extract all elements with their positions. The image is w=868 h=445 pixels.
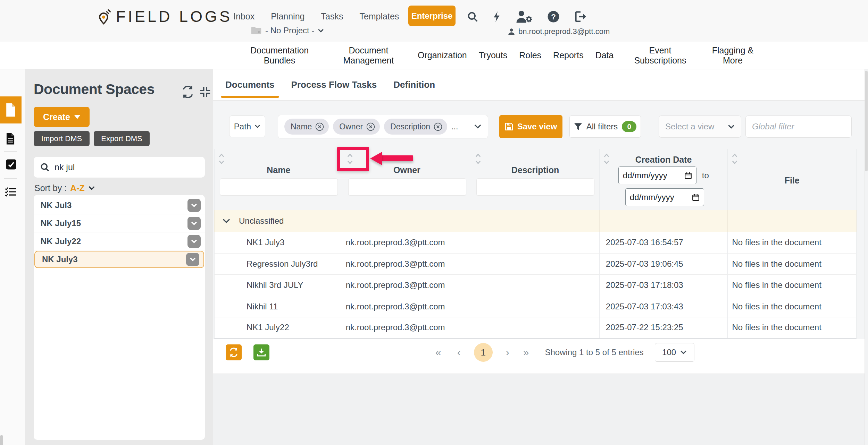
list-item[interactable]: NK Jul3	[34, 196, 205, 214]
help-icon[interactable]: ?	[547, 10, 560, 23]
chip-owner[interactable]: Owner	[333, 119, 380, 135]
cell-file: No files in the document	[728, 275, 856, 296]
app-logo[interactable]: FIELD LOGS	[98, 8, 232, 26]
calendar-icon[interactable]	[684, 172, 692, 179]
name-filter-input[interactable]	[220, 178, 338, 196]
owner-filter-input[interactable]	[348, 178, 466, 196]
logout-icon[interactable]	[574, 10, 587, 23]
sort-control-name[interactable]	[218, 152, 225, 166]
rail-documents-active[interactable]	[0, 96, 22, 123]
page-prev-button[interactable]: ‹	[457, 346, 461, 358]
export-dms-button[interactable]: Export DMS	[94, 131, 150, 146]
space-menu-button[interactable]	[186, 253, 199, 266]
refresh-table-button[interactable]	[226, 344, 242, 360]
space-menu-button[interactable]	[187, 199, 201, 212]
nav-tasks[interactable]: Tasks	[321, 11, 343, 22]
document-lines-icon[interactable]	[6, 132, 15, 145]
page-first-button[interactable]: «	[435, 346, 441, 358]
calendar-icon[interactable]	[692, 194, 700, 201]
secnav-flagging-more[interactable]: Flagging & More	[707, 45, 759, 66]
table-row[interactable]: NK1 July22 nk.root.preprod.3@ptt.com 202…	[214, 317, 857, 339]
checkbox-icon[interactable]	[6, 159, 17, 170]
sort-control-file[interactable]	[731, 152, 738, 166]
page-number-current[interactable]: 1	[474, 343, 493, 362]
date-to-input[interactable]: dd/mm/yyyy	[625, 188, 704, 206]
logo-pin-icon	[98, 8, 111, 25]
right-scrollbar[interactable]	[865, 69, 868, 445]
create-button[interactable]: Create	[34, 107, 90, 127]
collapse-panel-icon[interactable]	[199, 86, 211, 98]
secondary-nav: Documentation Bundles Document Managemen…	[0, 42, 868, 69]
save-view-button[interactable]: Save view	[499, 115, 562, 138]
chip-remove-icon[interactable]	[315, 122, 324, 131]
list-item-selected[interactable]: NK July3	[34, 251, 204, 268]
checklist-icon[interactable]	[5, 187, 17, 197]
secnav-data[interactable]: Data	[595, 50, 614, 60]
secnav-tryouts[interactable]: Tryouts	[479, 50, 507, 60]
refresh-icon[interactable]	[181, 85, 194, 99]
select-view-dropdown[interactable]: Select a view	[659, 115, 741, 138]
project-selector[interactable]: - No Project -	[251, 26, 324, 35]
date-from-input[interactable]: dd/mm/yyyy	[618, 166, 696, 184]
page-last-button[interactable]: »	[523, 346, 529, 358]
list-item[interactable]: NK July15	[34, 214, 205, 232]
user-settings-icon[interactable]	[515, 10, 533, 24]
left-scrollbar-thumb[interactable]	[0, 435, 3, 445]
chevron-down-icon	[254, 125, 260, 128]
cell-name: NK1 July3	[215, 232, 343, 253]
secnav-roles[interactable]: Roles	[519, 50, 541, 60]
space-menu-button[interactable]	[187, 235, 201, 248]
document-icon	[5, 103, 16, 117]
import-dms-button[interactable]: Import DMS	[34, 131, 90, 146]
page-size-select[interactable]: 100	[655, 343, 694, 362]
chevron-down-icon[interactable]	[474, 124, 482, 129]
quick-actions-bolt-icon[interactable]	[492, 11, 501, 23]
space-name: NK July15	[41, 219, 81, 228]
secnav-organization[interactable]: Organization	[418, 50, 467, 60]
secnav-reports[interactable]: Reports	[553, 50, 584, 60]
search-icon[interactable]	[467, 11, 478, 23]
path-dropdown[interactable]: Path	[229, 115, 265, 137]
group-collapse-icon[interactable]	[222, 219, 231, 224]
chip-remove-icon[interactable]	[434, 122, 442, 131]
secnav-documentation-bundles[interactable]: Documentation Bundles	[240, 45, 319, 66]
table-row[interactable]: Regression July3rd nk.root.preprod.3@ptt…	[214, 253, 857, 275]
annotation-highlight-box	[337, 147, 369, 171]
chips-overflow: ...	[451, 122, 458, 131]
download-button[interactable]	[253, 344, 269, 360]
tab-definition[interactable]: Definition	[393, 69, 435, 101]
user-account[interactable]: bn.root.preprod.3@ptt.com	[508, 27, 610, 36]
group-label: Unclassified	[239, 216, 284, 226]
project-name: - No Project -	[265, 26, 314, 35]
chip-remove-icon[interactable]	[366, 122, 375, 131]
sort-control-description[interactable]	[475, 152, 482, 166]
group-row-unclassified[interactable]: Unclassified	[214, 210, 857, 232]
chip-description[interactable]: Description	[384, 119, 447, 135]
annotation-arrow	[381, 155, 413, 161]
all-filters-button[interactable]: All filters 0	[569, 115, 641, 138]
cell-owner: nk.root.preprod.3@ptt.com	[343, 232, 471, 253]
enterprise-button[interactable]: Enterprise	[408, 6, 456, 26]
cell-name: Nikhil 11	[215, 296, 343, 317]
nav-inbox[interactable]: Inbox	[233, 11, 254, 22]
secnav-document-management[interactable]: Document Management	[331, 45, 406, 66]
nav-planning[interactable]: Planning	[271, 11, 304, 22]
tab-documents[interactable]: Documents	[225, 69, 275, 101]
space-name: NK July22	[41, 237, 81, 246]
cell-file: No files in the document	[728, 254, 856, 275]
table-row[interactable]: Nikhil 11 nk.root.preprod.3@ptt.com 2025…	[214, 296, 857, 317]
tab-process-flow-tasks[interactable]: Process Flow Tasks	[291, 69, 377, 101]
description-filter-input[interactable]	[476, 178, 594, 196]
nav-templates[interactable]: Templates	[359, 11, 399, 22]
page-next-button[interactable]: ›	[506, 346, 509, 358]
table-row[interactable]: Nikhil 3rd JULY nk.root.preprod.3@ptt.co…	[214, 274, 857, 296]
global-filter-input[interactable]	[745, 115, 852, 138]
space-search-input[interactable]	[55, 162, 186, 172]
space-menu-button[interactable]	[187, 217, 201, 230]
table-row[interactable]: NK1 July3 nk.root.preprod.3@ptt.com 2025…	[214, 232, 857, 253]
list-item[interactable]: NK July22	[34, 232, 205, 250]
right-scrollbar-thumb[interactable]	[865, 71, 868, 171]
sort-control[interactable]: Sort by : A-Z	[34, 183, 95, 193]
chip-name[interactable]: Name	[284, 119, 329, 135]
secnav-event-subscriptions[interactable]: Event Subscriptions	[625, 45, 695, 66]
